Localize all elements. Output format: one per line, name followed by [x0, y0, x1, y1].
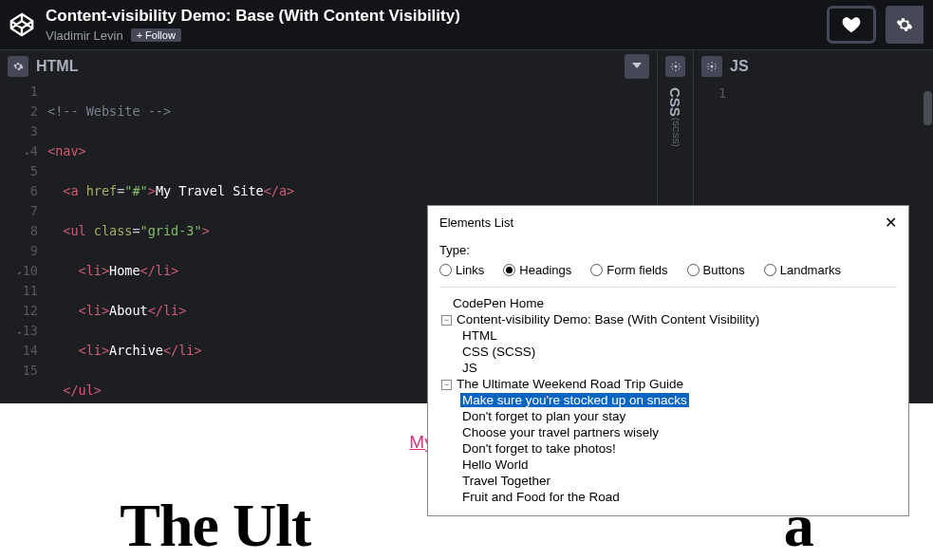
- radio-buttons[interactable]: Buttons: [687, 263, 745, 277]
- dialog-title: Elements List: [439, 215, 885, 230]
- html-pane-header: HTML: [0, 49, 657, 82]
- svg-point-0: [674, 65, 677, 67]
- tree-item[interactable]: Travel Together: [439, 473, 897, 489]
- tree-item[interactable]: Don't forget to plan your stay: [439, 408, 897, 424]
- heart-icon: [842, 16, 861, 33]
- gear-icon: [12, 61, 24, 72]
- collapse-icon[interactable]: −: [441, 380, 452, 390]
- title-block: Content-visibility Demo: Base (With Cont…: [46, 7, 460, 42]
- css-sublabel: (SCSS): [671, 118, 681, 147]
- codepen-logo-icon[interactable]: [9, 12, 34, 37]
- chevron-down-icon: [632, 63, 642, 69]
- html-options-button[interactable]: [625, 54, 649, 79]
- html-settings-button[interactable]: [8, 56, 28, 77]
- tree-item[interactable]: Don't forget to take photos!: [439, 440, 897, 457]
- type-radio-group: Links Headings Form fields Buttons Landm…: [439, 263, 897, 288]
- dialog-header: Elements List ✕: [428, 206, 908, 239]
- gear-icon: [896, 16, 913, 33]
- gear-icon: [706, 61, 718, 72]
- app-header: Content-visibility Demo: Base (With Cont…: [0, 0, 933, 49]
- author-name[interactable]: Vladimir Levin: [46, 28, 123, 43]
- tree-item[interactable]: HTML: [439, 327, 897, 344]
- collapse-icon[interactable]: −: [441, 315, 452, 326]
- like-button[interactable]: [827, 6, 876, 44]
- settings-button[interactable]: [886, 6, 924, 44]
- tree-item[interactable]: Choose your travel partners wisely: [439, 424, 897, 440]
- elements-list-dialog: Elements List ✕ Type: Links Headings For…: [427, 205, 909, 516]
- radio-headings[interactable]: Headings: [503, 263, 571, 277]
- radio-links[interactable]: Links: [439, 263, 484, 277]
- tree-item[interactable]: JS: [439, 360, 897, 376]
- svg-point-1: [711, 65, 714, 67]
- close-button[interactable]: ✕: [885, 214, 897, 232]
- type-label: Type:: [439, 243, 897, 257]
- scrollbar-thumb[interactable]: [924, 91, 932, 125]
- js-pane-header: JS: [694, 49, 933, 82]
- radio-form-fields[interactable]: Form fields: [590, 263, 667, 277]
- js-editor[interactable]: 1: [694, 82, 933, 101]
- tree-item[interactable]: Fruit and Food for the Road: [439, 489, 897, 505]
- headings-tree[interactable]: CodePen Home −Content-visibility Demo: B…: [439, 295, 897, 505]
- tree-item[interactable]: CSS (SCSS): [439, 344, 897, 360]
- css-label: CSS: [667, 87, 683, 117]
- tree-item[interactable]: CodePen Home: [439, 295, 897, 311]
- tree-item-active[interactable]: Make sure you're stocked up on snacks: [439, 392, 897, 408]
- js-label: JS: [730, 58, 749, 75]
- tree-item[interactable]: −The Ultimate Weekend Road Trip Guide: [439, 376, 897, 392]
- js-settings-button[interactable]: [701, 56, 722, 77]
- tree-item[interactable]: −Content-visibility Demo: Base (With Con…: [439, 311, 897, 327]
- pen-title: Content-visibility Demo: Base (With Cont…: [46, 7, 460, 26]
- follow-button[interactable]: +Follow: [131, 28, 181, 42]
- gear-icon: [670, 61, 681, 72]
- tree-item[interactable]: Hello World: [439, 457, 897, 473]
- html-label: HTML: [36, 58, 78, 75]
- radio-landmarks[interactable]: Landmarks: [764, 263, 841, 277]
- css-settings-button[interactable]: [665, 56, 685, 77]
